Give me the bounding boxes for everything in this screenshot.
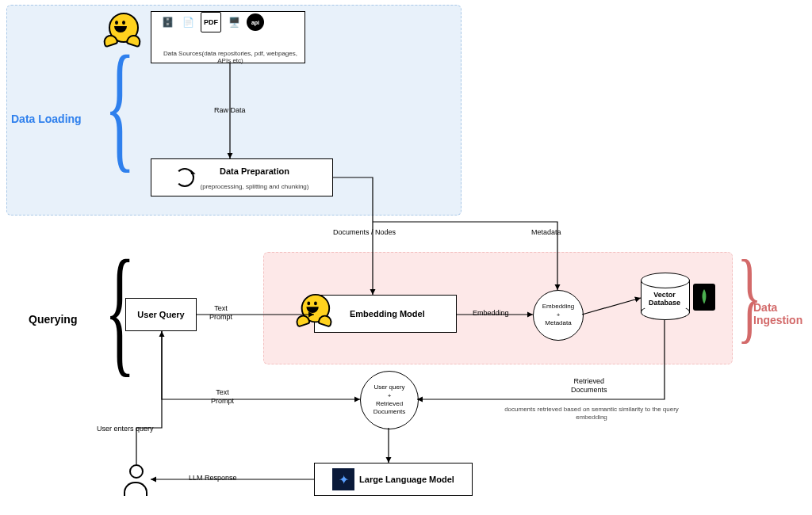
node-vector-database: VectorDatabase	[641, 273, 688, 320]
huggingface-logo-top	[105, 13, 140, 48]
user-icon	[124, 464, 147, 496]
llm-title: Large Language Model	[359, 475, 454, 484]
node-user-query: User Query	[125, 298, 197, 331]
refresh-icon	[175, 168, 194, 187]
qbundle-l2: +	[388, 392, 392, 400]
section-label-querying: Querying	[29, 313, 77, 326]
webpage-icon: 🖥️	[226, 13, 242, 31]
node-llm: ✦ Large Language Model	[314, 463, 473, 496]
edge-raw-data: Raw Data	[214, 106, 246, 115]
data-preparation-title: Data Preparation	[220, 166, 289, 176]
edge-embedding: Embedding	[473, 309, 509, 318]
api-icon: api	[247, 13, 264, 31]
edge-llm-response: LLM Response	[189, 474, 237, 483]
data-preparation-subtitle: (preprocessing, splitting and chunking)	[201, 183, 309, 190]
database-icon: 🗄️	[159, 13, 175, 31]
section-label-data-ingestion: Data Ingestion	[753, 301, 812, 326]
llm-star-icon: ✦	[332, 468, 354, 490]
edge-user-enters-query: User enters query	[97, 425, 154, 433]
node-data-sources: 🗄️ 📄 PDF 🖥️ api Data Sources(data reposi…	[151, 11, 305, 63]
emb-meta-l2: +	[557, 311, 561, 319]
qbundle-l1: User query	[373, 383, 404, 391]
qbundle-l3: Retrieved	[376, 400, 403, 408]
brace-data-loading: {	[105, 35, 136, 177]
document-icon: 📄	[180, 13, 196, 31]
node-query-docs-bundle: User query + Retrieved Documents	[360, 371, 419, 429]
mongodb-leaf-icon	[693, 284, 715, 311]
edge-text-prompt-2: Text Prompt	[211, 388, 234, 406]
qbundle-l4: Documents	[373, 408, 405, 416]
edge-metadata: Metadata	[531, 228, 561, 237]
node-embedding-metadata: Embedding + Metadata	[533, 290, 584, 341]
edge-text-prompt-1: Text Prompt	[209, 304, 232, 322]
node-data-preparation: Data Preparation (preprocessing, splitti…	[151, 158, 333, 196]
pdf-icon: PDF	[201, 12, 221, 32]
data-sources-icon-row: 🗄️ 📄 PDF 🖥️ api	[159, 12, 264, 32]
edge-retrieved-note: documents retrieved based on semantic si…	[504, 406, 679, 422]
vector-db-title: VectorDatabase	[641, 292, 688, 307]
huggingface-logo-embed	[297, 294, 331, 327]
edge-retrieved-documents: Retrieved Documents	[571, 377, 607, 395]
user-query-title: User Query	[137, 310, 184, 319]
emb-meta-l3: Metadata	[545, 319, 571, 327]
emb-meta-l1: Embedding	[542, 303, 574, 311]
edge-documents-nodes: Documents / Nodes	[333, 228, 396, 237]
diagram-canvas: { Data Loading } Data Ingestion { Queryi…	[0, 0, 812, 515]
node-embedding-model: Embedding Model	[314, 295, 457, 333]
section-label-data-loading: Data Loading	[11, 113, 82, 125]
data-sources-caption: Data Sources(data repositories, pdf, web…	[155, 50, 301, 64]
embedding-model-title: Embedding Model	[350, 309, 425, 319]
brace-data-ingestion: }	[737, 244, 762, 347]
